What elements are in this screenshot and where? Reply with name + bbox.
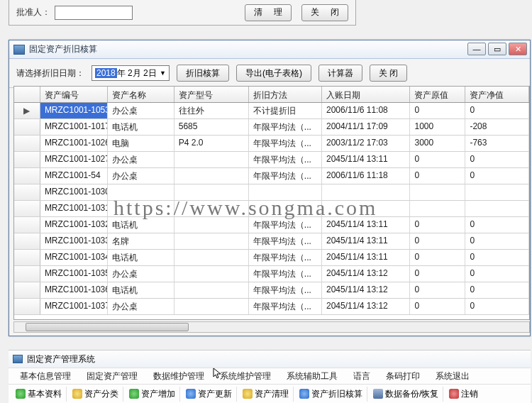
- cell[interactable]: 0: [465, 266, 529, 282]
- menu-item[interactable]: 数据维护管理: [146, 368, 211, 385]
- col-asset-model[interactable]: 资产型号: [174, 87, 249, 102]
- cell[interactable]: 年限平均法（...: [249, 266, 322, 282]
- cell[interactable]: [322, 201, 410, 216]
- cell[interactable]: [174, 250, 249, 265]
- cell[interactable]: 电脑: [108, 136, 174, 151]
- cell[interactable]: -763: [465, 136, 529, 151]
- table-row[interactable]: MRZC1001-1037办公桌年限平均法（...2045/11/4 13:12…: [14, 299, 529, 315]
- menu-item[interactable]: 条码打印: [379, 368, 427, 385]
- cell[interactable]: [174, 217, 249, 233]
- cell[interactable]: MRZC1001-1031: [40, 201, 108, 216]
- table-row[interactable]: MRZC1001-1032电话机年限平均法（...2045/11/4 13:11…: [14, 217, 529, 233]
- cell[interactable]: 0: [410, 103, 465, 118]
- cell[interactable]: -208: [465, 119, 529, 135]
- cell[interactable]: MRZC1001-1035: [40, 266, 108, 282]
- cell[interactable]: 2003/11/2 17:03: [322, 136, 410, 151]
- table-row[interactable]: MRZC1001-1017电话机5685年限平均法（...2004/11/1 1…: [14, 119, 529, 136]
- menu-item[interactable]: 基本信息管理: [13, 368, 78, 385]
- cell[interactable]: 2045/11/4 13:11: [322, 233, 410, 249]
- cell[interactable]: MRZC1001-54: [40, 168, 108, 184]
- cell[interactable]: 2045/11/4 13:12: [322, 282, 410, 298]
- col-entry-date[interactable]: 入账日期: [322, 87, 410, 102]
- cell[interactable]: 电话机: [108, 217, 174, 233]
- cell[interactable]: 年限平均法（...: [249, 119, 322, 135]
- cell[interactable]: MRZC1001-1034: [40, 250, 108, 265]
- cell[interactable]: 0: [410, 250, 465, 265]
- table-row[interactable]: MRZC1001-1027办公桌年限平均法（...2045/11/4 13:11…: [14, 152, 529, 168]
- cell[interactable]: 0: [410, 168, 465, 184]
- cell[interactable]: 办公桌: [108, 103, 174, 118]
- table-row[interactable]: MRZC1001-1035办公桌年限平均法（...2045/11/4 13:12…: [14, 266, 529, 282]
- close-button[interactable]: 关 闭: [301, 4, 348, 21]
- cell[interactable]: [108, 201, 174, 216]
- cell[interactable]: 2045/11/4 13:11: [322, 152, 410, 167]
- cell[interactable]: 0: [410, 217, 465, 233]
- cell[interactable]: 0: [465, 217, 529, 233]
- table-row[interactable]: MRZC1001-1030: [14, 184, 529, 201]
- table-row[interactable]: ▶MRZC1001-1053办公桌往往外不计提折旧2006/11/6 11:08…: [14, 103, 529, 119]
- cell[interactable]: 年限平均法（...: [249, 299, 322, 314]
- cell[interactable]: 办公桌: [108, 168, 174, 184]
- cell[interactable]: 2045/11/4 13:12: [322, 266, 410, 282]
- cell[interactable]: [174, 168, 249, 184]
- cell[interactable]: [174, 299, 249, 314]
- calculator-button[interactable]: 计算器: [318, 65, 362, 82]
- cell[interactable]: [410, 184, 465, 200]
- cell[interactable]: [465, 184, 529, 200]
- cell[interactable]: MRZC1001-1036: [40, 282, 108, 298]
- table-row[interactable]: MRZC1001-54办公桌年限平均法（...2006/11/6 11:1800: [14, 168, 529, 184]
- cell[interactable]: 0: [410, 152, 465, 167]
- cell[interactable]: 0: [410, 266, 465, 282]
- toolbar-item[interactable]: 资产增加: [125, 387, 180, 402]
- cell[interactable]: MRZC1001-1026: [40, 136, 108, 151]
- menu-item[interactable]: 系统辅助工具: [279, 368, 345, 385]
- cell[interactable]: 2006/11/6 11:18: [322, 168, 410, 184]
- toolbar-item[interactable]: 注销: [445, 387, 482, 402]
- cell[interactable]: 5685: [174, 119, 249, 135]
- scrollbar-thumb[interactable]: [26, 323, 189, 331]
- cell[interactable]: 年限平均法（...: [249, 233, 322, 249]
- horizontal-scrollbar[interactable]: [13, 321, 530, 333]
- toolbar-item[interactable]: 数据备份/恢复: [369, 387, 443, 402]
- table-row[interactable]: MRZC1001-1034电话机年限平均法（...2045/11/4 13:11…: [14, 250, 529, 266]
- col-original-value[interactable]: 资产原值: [410, 87, 465, 102]
- cell[interactable]: [108, 184, 174, 200]
- menu-item[interactable]: 固定资产管理: [79, 368, 145, 385]
- date-picker[interactable]: 2018 年 2月 2日 ▼: [92, 65, 170, 81]
- cell[interactable]: 2045/11/4 13:11: [322, 250, 410, 265]
- cell[interactable]: [174, 184, 249, 200]
- cell[interactable]: MRZC1001-1053: [40, 103, 108, 118]
- cell[interactable]: [465, 201, 529, 216]
- toolbar-item[interactable]: 基本资料: [11, 387, 67, 402]
- cell[interactable]: 0: [410, 299, 465, 314]
- cell[interactable]: 办公桌: [108, 299, 174, 314]
- cell[interactable]: 电话机: [108, 119, 174, 135]
- cell[interactable]: 不计提折旧: [249, 103, 322, 118]
- toolbar-item[interactable]: 资产折旧核算: [295, 387, 367, 402]
- table-row[interactable]: MRZC1001-1031: [14, 201, 529, 217]
- cell[interactable]: MRZC1001-1037: [40, 299, 108, 314]
- calc-depreciation-button[interactable]: 折旧核算: [177, 65, 229, 82]
- cell[interactable]: 电话机: [108, 250, 174, 265]
- close-button-2[interactable]: 关 闭: [370, 65, 407, 82]
- cell[interactable]: [174, 266, 249, 282]
- cell[interactable]: 3000: [410, 136, 465, 151]
- cell[interactable]: [322, 184, 410, 200]
- menu-item[interactable]: 系统退出: [428, 368, 477, 385]
- cell[interactable]: 0: [465, 282, 529, 298]
- cell[interactable]: 年限平均法（...: [249, 282, 322, 298]
- cell[interactable]: 0: [410, 282, 465, 298]
- cell[interactable]: 2006/11/6 11:08: [322, 103, 410, 118]
- cell[interactable]: [174, 152, 249, 167]
- cell[interactable]: 办公桌: [108, 266, 174, 282]
- cell[interactable]: 年限平均法（...: [249, 152, 322, 167]
- cell[interactable]: 年限平均法（...: [249, 136, 322, 151]
- cell[interactable]: 0: [465, 168, 529, 184]
- col-asset-id[interactable]: 资产编号: [40, 87, 108, 102]
- table-row[interactable]: MRZC1001-1036电话机年限平均法（...2045/11/4 13:12…: [14, 282, 529, 299]
- menu-item[interactable]: 系统维护管理: [213, 368, 278, 385]
- cell[interactable]: 年限平均法（...: [249, 168, 322, 184]
- toolbar-item[interactable]: 资产更新: [182, 387, 237, 402]
- cell[interactable]: 1000: [410, 119, 465, 135]
- cell[interactable]: [174, 233, 249, 249]
